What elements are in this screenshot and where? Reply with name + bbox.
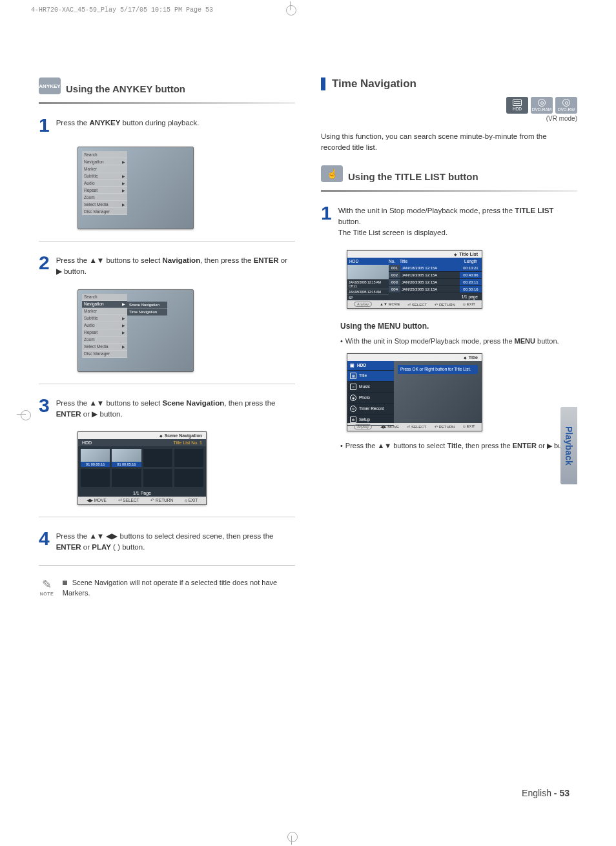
- crop-mark-icon: [285, 829, 298, 842]
- osd-item: Search: [82, 294, 127, 301]
- text-bold: TITLE LIST: [515, 207, 553, 214]
- osd-hint: Press OK or Right button for Title List.: [398, 365, 478, 374]
- osd-menu-item: ♫Music: [347, 382, 394, 393]
- hint-return: ↶ RETURN: [435, 424, 455, 429]
- osd-label: HDD: [82, 440, 92, 445]
- text: Press the ▲▼ buttons to select: [56, 256, 163, 264]
- osd-item: Subtitle▶: [82, 315, 127, 322]
- osd-item: Repeat▶: [82, 187, 127, 194]
- side-tab: Playback: [560, 407, 577, 484]
- text: With the unit in Stop mode/Playback mode…: [338, 207, 515, 214]
- col-header: HDD: [347, 258, 386, 265]
- osd-item: Select Media▶: [82, 201, 127, 208]
- osd-title: Scene Navigation: [165, 433, 202, 438]
- divider: [39, 241, 295, 242]
- text-bold: PLAY: [92, 543, 111, 551]
- col-header: No.: [386, 258, 398, 265]
- scene-empty: [81, 469, 110, 487]
- step-number: 4: [39, 529, 50, 553]
- hint-move: ◀▶ MOVE: [87, 498, 107, 503]
- hint-select: ⏎ SELECT: [407, 302, 427, 307]
- step-text: Press the ▲▼ buttons to select Scene Nav…: [56, 396, 295, 420]
- step-text: Press the ANYKEY button during playback.: [56, 116, 200, 135]
- hint-exit: ⦸ EXIT: [463, 302, 475, 307]
- osd-item: Repeat▶: [82, 329, 127, 336]
- osd-subitem: Scene Navigation: [127, 302, 167, 309]
- osd-item: Zoom: [82, 194, 127, 201]
- osd-item: Select Media▶: [82, 344, 127, 351]
- section-heading: Time Navigation: [332, 77, 416, 90]
- table-row: 004JAN/25/2005 12:15A00:50:16: [389, 286, 482, 293]
- table-row: 003JAN/20/2005 12:15A00:20:11: [389, 279, 482, 286]
- hint-select: ⏎ SELECT: [118, 498, 139, 503]
- divider: [39, 517, 295, 517]
- osd-page: 1/1 Page: [78, 490, 206, 497]
- text: The Title List screen is displayed.: [338, 229, 447, 236]
- text: Press the ▲▼ ◀▶ buttons to select desire…: [56, 532, 274, 540]
- square-bullet-icon: [63, 581, 67, 585]
- text-bold: Scene Navigation: [162, 399, 224, 407]
- osd-menu-item-selected: ▦Title: [347, 371, 394, 382]
- step-number: 2: [39, 253, 50, 278]
- anykey-pill-icon: Anykey: [354, 302, 372, 307]
- scene-thumb: 01 00:00:16: [81, 449, 110, 467]
- hand-badge-icon: ☝: [321, 165, 343, 182]
- text-bold: ANYKEY: [89, 119, 120, 127]
- title-thumb: JAN18/2005 12:15 AM CH11 JAN18/2005 12:1…: [347, 265, 389, 300]
- scene-navigation-osd: ◆Scene Navigation HDDTitle List No. 1 01…: [77, 431, 207, 505]
- sub-heading: Using the TITLE LIST button: [348, 171, 478, 182]
- osd-title: Title List: [459, 252, 478, 256]
- dvd-rw-badge-icon: DVD-RW: [555, 97, 577, 114]
- text-bold: ENTER: [254, 256, 279, 264]
- osd-title: Title: [469, 355, 478, 360]
- text-bold: ENTER: [56, 410, 81, 418]
- table-row: 001JAN/18/2005 12:15A00:10:21: [389, 265, 482, 272]
- scene-empty: [143, 449, 172, 467]
- text-bold: ENTER: [56, 543, 81, 551]
- scene-thumb: 01 00:05:16: [112, 449, 141, 467]
- hint-exit: ⦸ EXIT: [463, 424, 475, 429]
- text: or ▶ button.: [81, 410, 123, 418]
- text: , then press the: [224, 399, 275, 407]
- crop-mark-icon: [19, 408, 32, 421]
- section-heading: Using the ANYKEY button: [66, 83, 185, 94]
- osd-item: Disc Manager: [82, 208, 127, 215]
- accent-bar-icon: [321, 77, 325, 90]
- osd-item: Navigation▶: [82, 158, 127, 165]
- osd-subitem: Time Navigation: [127, 309, 167, 316]
- scene-empty: [174, 469, 203, 487]
- osd-page: 1/1 page: [389, 293, 482, 300]
- bullet-text: • With the unit in Stop mode/Playback mo…: [340, 336, 577, 347]
- osd-item: Marker: [82, 165, 127, 172]
- note-text: Scene Navigation will not operate if a s…: [63, 577, 295, 599]
- osd-item: Audio▶: [82, 322, 127, 329]
- title-info: JAN18/2005 12:15 AM CH11: [347, 279, 389, 289]
- osd-item-selected: Navigation▶: [82, 301, 127, 308]
- divider: [321, 190, 577, 192]
- osd-item: Disc Manager: [82, 351, 127, 358]
- osd-badge: ▣HDD: [347, 361, 394, 371]
- col-header: Title: [398, 258, 460, 265]
- hint-select: ⏎ SELECT: [407, 424, 426, 429]
- hint-exit: ⦸ EXIT: [185, 498, 198, 503]
- hint-return: ↶ RETURN: [435, 302, 455, 307]
- title-info: JAN18/2005 12:15 AM: [347, 289, 389, 294]
- divider: [39, 384, 295, 384]
- text: ( ) button.: [111, 543, 145, 551]
- title-list-osd: ◆Title List HDD No. Title Length JAN18/2…: [347, 250, 482, 309]
- step-number: 3: [39, 396, 50, 420]
- intro-text: Using this function, you can search scen…: [321, 131, 577, 154]
- crop-mark-icon: [284, 4, 297, 17]
- divider: [39, 565, 295, 566]
- divider: [39, 102, 295, 104]
- osd-menu-item: ⊙Timer Record: [347, 404, 394, 415]
- anykey-badge-icon: ANYKEY: [39, 77, 61, 94]
- osd-item: Marker: [82, 308, 127, 315]
- text: button during playback.: [120, 119, 199, 127]
- left-column: ANYKEY Using the ANYKEY button 1 Press t…: [39, 77, 295, 599]
- osd-item: Search: [82, 151, 127, 158]
- osd-screenshot: Search Navigation▶ Marker Subtitle▶ Audi…: [77, 147, 194, 229]
- step-text: Press the ▲▼ buttons to select Navigatio…: [56, 253, 295, 278]
- print-crop-header: 4-HR720-XAC_45-59_Play 5/17/05 10:15 PM …: [31, 6, 213, 14]
- osd-item: Zoom: [82, 336, 127, 344]
